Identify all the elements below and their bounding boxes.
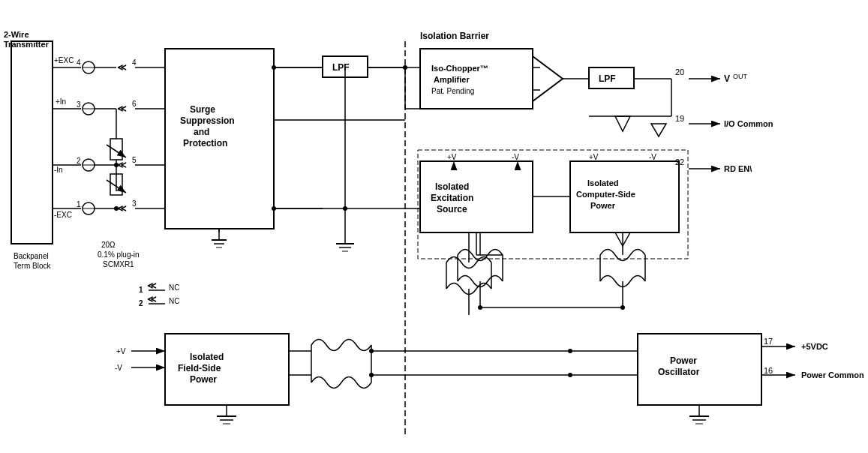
plus-v2-label: +V bbox=[589, 153, 599, 161]
svg-point-98 bbox=[568, 349, 572, 353]
surge-label1: Surge bbox=[190, 104, 215, 115]
io-common-label: I/O Common bbox=[724, 119, 773, 128]
exc-source-label2: Excitation bbox=[431, 193, 473, 203]
backpanel-label2: Term Block bbox=[14, 262, 51, 270]
svg-point-74 bbox=[478, 305, 482, 310]
pin16-label: 16 bbox=[764, 366, 773, 375]
pin-6-label: 6 bbox=[132, 100, 137, 108]
field-power-label2: Field-Side bbox=[178, 363, 221, 374]
svg-point-92 bbox=[369, 373, 374, 377]
minus-exc-label: -EXC bbox=[54, 211, 72, 219]
nc1-arrow: ≪ bbox=[147, 280, 157, 291]
minus-v2-label: -V bbox=[649, 153, 656, 161]
lpf2-label: LPF bbox=[599, 74, 616, 84]
svg-point-91 bbox=[369, 349, 374, 353]
backpanel-label1: Backpanel bbox=[14, 252, 49, 260]
minus-v-field: -V bbox=[115, 364, 122, 372]
nc2-pin: 2 bbox=[139, 299, 143, 308]
svg-point-75 bbox=[620, 305, 625, 310]
svg-point-99 bbox=[568, 373, 572, 377]
plus-exc-label: +EXC bbox=[54, 56, 74, 64]
exc-source-label3: Source bbox=[437, 204, 467, 214]
plus5vdc-label: +5VDC bbox=[801, 342, 828, 351]
nc1-pin: 1 bbox=[139, 286, 143, 294]
field-power-label1: Isolated bbox=[190, 352, 224, 362]
arrow-in: ≪ bbox=[117, 104, 127, 114]
svg-marker-54 bbox=[615, 116, 630, 131]
surge-label3: and bbox=[194, 127, 209, 137]
exc-source-label1: Isolated bbox=[435, 182, 469, 192]
comp-power-label3: Power bbox=[590, 201, 616, 210]
svg-point-108 bbox=[272, 206, 276, 211]
minus-v-label: -V bbox=[512, 153, 519, 161]
comp-power-label1: Isolated bbox=[587, 178, 619, 188]
plug-in-label: 0.1% plug-in bbox=[98, 250, 140, 259]
oscillator-label2: Oscillator bbox=[658, 367, 700, 377]
svg-line-24 bbox=[107, 145, 126, 158]
svg-rect-22 bbox=[110, 139, 122, 160]
nc2-arrow: ≪ bbox=[147, 294, 157, 304]
transmitter-label2: Transmitter bbox=[4, 40, 50, 49]
pin-num-4-top: 4 bbox=[77, 58, 81, 67]
pin-num-1: 1 bbox=[77, 200, 81, 208]
svg-marker-56 bbox=[651, 124, 666, 136]
surge-label4: Protection bbox=[183, 138, 227, 148]
nc2-label: NC bbox=[169, 297, 179, 305]
svg-marker-45 bbox=[533, 56, 563, 101]
isolation-barrier-label: Isolation Barrier bbox=[420, 31, 489, 41]
resistor-label: 20Ω bbox=[101, 241, 116, 249]
plus-v-label: +V bbox=[447, 153, 457, 161]
svg-point-29 bbox=[114, 163, 119, 167]
pin-3-label: 3 bbox=[132, 200, 137, 208]
oscillator-label1: Power bbox=[670, 356, 697, 366]
nc1-label: NC bbox=[169, 284, 179, 292]
iso-chopper-label2: Amplifier bbox=[434, 75, 470, 84]
svg-point-131 bbox=[272, 65, 276, 70]
minus-in-label: -In bbox=[54, 166, 63, 174]
svg-rect-95 bbox=[638, 334, 761, 405]
comp-power-label2: Computer-Side bbox=[576, 190, 635, 199]
lpf1-label: LPF bbox=[332, 62, 350, 73]
svg-point-30 bbox=[114, 206, 119, 211]
plus-in-label: +In bbox=[56, 98, 66, 106]
arrow-exc: ≪ bbox=[117, 62, 127, 73]
pin-19-label: 19 bbox=[675, 114, 684, 123]
pin-4-label: 4 bbox=[132, 58, 137, 67]
surge-label2: Suppression bbox=[180, 116, 235, 126]
plus-v-field: +V bbox=[116, 347, 126, 356]
vout-sub: OUT bbox=[733, 73, 748, 80]
pin-20-label: 20 bbox=[675, 68, 684, 76]
pin-num-3: 3 bbox=[77, 100, 81, 109]
pin-5-label: 5 bbox=[132, 156, 137, 164]
pin-num-2: 2 bbox=[77, 157, 81, 165]
iso-chopper-label1: Iso-Chopper™ bbox=[431, 64, 488, 73]
diagram-container: 2-Wire Transmitter +EXC +In -In -EXC 4 3 bbox=[0, 0, 868, 453]
power-common-label: Power Common bbox=[801, 370, 864, 380]
svg-rect-4 bbox=[11, 41, 53, 244]
rd-en-label: RD EN\ bbox=[724, 164, 752, 173]
transmitter-label: 2-Wire bbox=[4, 30, 29, 39]
vout-label: V bbox=[724, 74, 730, 84]
scmxr-label: SCMXR1 bbox=[103, 260, 134, 268]
field-power-label3: Power bbox=[190, 374, 217, 385]
iso-chopper-label3: Pat. Pending bbox=[431, 87, 474, 95]
pin17-label: 17 bbox=[764, 337, 773, 346]
